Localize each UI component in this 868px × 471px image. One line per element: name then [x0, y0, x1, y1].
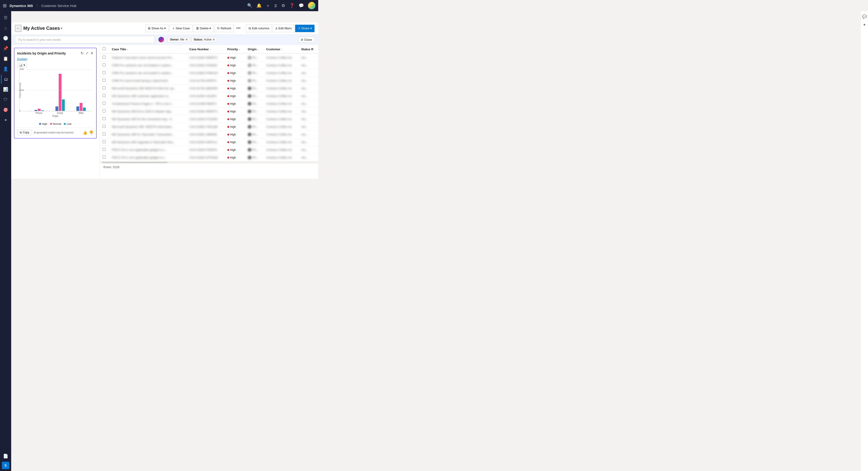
horizontal-scrollbar[interactable] [100, 161, 318, 163]
user-avatar[interactable] [308, 2, 315, 9]
row-checkbox[interactable] [102, 148, 105, 151]
edit-columns-button[interactable]: ⊟ Edit columns [246, 25, 272, 32]
delete-button[interactable]: 🗑 Delete ▾ [193, 25, 214, 32]
row-checkbox[interactable] [102, 94, 105, 97]
chat-icon[interactable]: 💬 [299, 3, 304, 8]
col-customer[interactable]: Customer ↓ [264, 45, 299, 54]
table-row[interactable]: Troubleshoot Finance Pages 2 - IPA is cl… [100, 100, 318, 107]
sidebar-item-service[interactable]: 🛡 [1, 95, 10, 104]
table-row[interactable]: FRCCI ID in non-applicable gadget is s..… [100, 154, 318, 161]
row-checkbox[interactable] [102, 87, 105, 90]
thumbs-up-button[interactable]: 👍 [83, 130, 87, 135]
table-row[interactable]: MS Dynamics 365 for the connective bug -… [100, 115, 318, 123]
table-row[interactable]: MS Dynamics 365 Upgrade to Teamsdev Bus.… [100, 138, 318, 146]
bar-email-low[interactable] [62, 99, 65, 111]
funnel-icon: ⧖ [275, 27, 277, 30]
customer-cell: Contoso Coffee Inc [266, 148, 292, 152]
table-row[interactable]: Microsoft Dynamics 365: MSDYN Administer… [100, 123, 318, 131]
legend-dot-low [64, 123, 66, 125]
table-row[interactable]: FRCCI ID in non-applicable gadget is s..… [100, 146, 318, 154]
col-priority[interactable]: Priority ↓ [224, 45, 245, 54]
bar-web-low[interactable] [83, 107, 86, 111]
status-filter-remove[interactable]: ✕ [213, 38, 215, 41]
refresh-button[interactable]: ↻ Refresh [215, 25, 234, 32]
show-as-button[interactable]: ⊞ Show As ▾ [145, 25, 168, 32]
chart-refresh-button[interactable]: ↻ [81, 51, 84, 56]
sidebar-item-goals[interactable]: 🎯 [1, 105, 10, 114]
row-checkbox[interactable] [102, 79, 105, 82]
chart-expand-button[interactable]: ⤢ [86, 51, 89, 56]
legend-dot-high [39, 123, 41, 125]
table-row[interactable]: Microsoft Dynamics 365 MSDYN Field Svc u… [100, 85, 318, 92]
share-button[interactable]: ↗ Share ▾ [295, 25, 314, 32]
sidebar-item-copilot[interactable]: ✦ [1, 115, 10, 125]
row-checkbox[interactable] [102, 102, 105, 105]
sidebar-item-home[interactable]: ⌂ [1, 23, 10, 33]
more-options-button[interactable]: ••• [235, 25, 242, 32]
row-checkbox[interactable] [102, 117, 105, 120]
alerts-icon[interactable]: 🔔 [256, 3, 261, 8]
col-origin[interactable]: Origin ↓ [245, 45, 263, 54]
legend-dot-normal [50, 123, 52, 125]
table-row[interactable]: MS Dynamics 365 customer application is.… [100, 92, 318, 100]
copy-button[interactable]: ⧉ Copy [17, 130, 32, 135]
row-checkbox[interactable] [102, 56, 105, 59]
sidebar-item-accounts[interactable]: 👤 [1, 64, 10, 74]
table-row[interactable]: CRM Pro solutions are not loaded in syst… [100, 69, 318, 77]
bar-web-high[interactable] [76, 106, 79, 111]
customer-cell: Contoso Coffee Inc [266, 64, 292, 67]
settings-icon[interactable]: ⚙ [281, 3, 285, 8]
sidebar-item-cases[interactable]: 🗂 [1, 74, 10, 84]
row-checkbox[interactable] [102, 71, 105, 74]
search-icon[interactable]: 🔍 [247, 3, 252, 8]
table-row[interactable]: ADatum Corp basic issue cannot access Pr… [100, 54, 318, 62]
col-case-title[interactable]: Case Title ↑ [109, 45, 187, 54]
chart-type-selector[interactable]: 📊 ▾ [17, 63, 27, 68]
back-button[interactable]: ← [15, 25, 22, 32]
table-row[interactable]: MS Dynamics 365 Error 2302 in Master App… [100, 107, 318, 115]
waffle-menu-icon[interactable]: ⊞ [3, 3, 7, 8]
edit-filters-button[interactable]: ⧖ Edit filters [273, 25, 294, 32]
sidebar-item-pinned[interactable]: 📌 [1, 44, 10, 53]
new-icon[interactable]: ＋ [266, 3, 270, 8]
search-box[interactable]: Try to search in your own words [15, 36, 155, 43]
thumbs-down-button[interactable]: 👎 [89, 130, 93, 135]
col-status[interactable]: Status R [299, 45, 318, 54]
row-checkbox[interactable] [102, 140, 105, 143]
sidebar-item-recent[interactable]: 🕐 [1, 34, 10, 43]
col-case-number[interactable]: Case Number ↓ [187, 45, 224, 54]
sidebar-item-menu[interactable]: ☰ [1, 13, 10, 22]
row-checkbox[interactable] [102, 109, 105, 112]
row-checkbox[interactable] [102, 125, 105, 128]
bar-email-normal[interactable] [59, 74, 62, 111]
sidebar-item-reports[interactable]: 📊 [1, 85, 10, 94]
row-checkbox[interactable] [102, 132, 105, 135]
origin-cell: 🔘 Ph... [248, 71, 258, 75]
owner-filter-remove[interactable]: ✕ [185, 38, 188, 41]
table-header: Case Title ↑ Case Number ↓ Priority ↓ Or… [100, 45, 318, 54]
copilot-search-icon[interactable] [158, 37, 164, 42]
page-title-chevron-icon[interactable]: ▾ [61, 27, 62, 30]
row-checkbox[interactable] [102, 156, 105, 159]
bar-web-normal[interactable] [80, 103, 83, 111]
table-body: ADatum Corp basic issue cannot access Pr… [100, 54, 318, 161]
close-search-button[interactable]: ⊘ Close [298, 37, 314, 43]
table-row[interactable]: CRM Pro solutions are not loaded in syst… [100, 62, 318, 69]
select-all-checkbox[interactable] [102, 47, 105, 50]
body-area: Incidents by Origin and Priority ↻ ⤢ ✕ E… [11, 45, 318, 179]
customer-cell: Contoso Coffee Inc [266, 79, 292, 82]
row-checkbox[interactable] [102, 63, 105, 66]
table-row[interactable]: CRM Pro send email having a attachment C… [100, 77, 318, 85]
bar-email-high[interactable] [56, 106, 58, 111]
search-placeholder: Try to search in your own words [18, 38, 61, 41]
origin-cell: 🔘 Ph... [248, 64, 258, 67]
filter-icon[interactable]: ⧖ [274, 3, 277, 8]
case-title-cell: MS Dynamics 365 for the connective bug -… [112, 117, 174, 121]
new-case-button[interactable]: ＋ New Case [169, 25, 192, 32]
chart-close-button[interactable]: ✕ [90, 51, 93, 56]
explain-link[interactable]: Explain [17, 57, 93, 61]
sidebar-item-activities[interactable]: 📋 [1, 54, 10, 63]
table-row[interactable]: MS Dynamics 365 for Teamsdev Transaction… [100, 131, 318, 138]
ai-disclaimer: AI-generated content may be incorrect [32, 131, 83, 134]
help-icon[interactable]: ❓ [289, 3, 294, 8]
